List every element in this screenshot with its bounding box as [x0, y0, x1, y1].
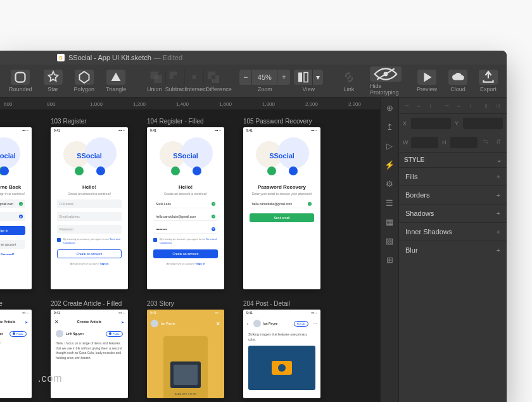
- plus-icon[interactable]: +: [497, 228, 500, 236]
- svg-rect-4: [298, 72, 302, 82]
- artboard-password-recovery[interactable]: 105 Password Recovery 9:41••• ⎓ SSocial …: [243, 118, 320, 289]
- zoom-out-button[interactable]: −: [239, 70, 252, 85]
- app-window: SSocial - App UI Kit.sketch — Edited Rou…: [0, 51, 507, 402]
- view-mode-2[interactable]: ▾: [313, 70, 323, 85]
- svg-rect-2: [154, 75, 162, 83]
- plus-icon[interactable]: +: [497, 191, 500, 199]
- close-icon: ✕: [216, 321, 220, 327]
- x-input[interactable]: [411, 118, 451, 129]
- smile-icon: [0, 166, 9, 175]
- alignment-row: ⫟ ⫠ ⫞ ⫟ ⫠ ⫞ ⫼ ⫼: [399, 97, 507, 114]
- artboard-create-article[interactable]: ate Article 9:41••• ⎓ ✕Create Article➤ h…: [0, 300, 32, 398]
- boolean-ops-group: [147, 70, 223, 85]
- grid-icon[interactable]: ▦: [384, 217, 395, 227]
- signal-icon: ••• ⎓: [118, 129, 125, 132]
- play-icon[interactable]: ▷: [384, 141, 395, 151]
- chevron-down-icon: ⌄: [497, 156, 502, 163]
- plus-icon[interactable]: +: [497, 173, 500, 180]
- h-input[interactable]: [450, 137, 478, 148]
- svg-rect-5: [304, 72, 308, 82]
- document-filename: SSocial - App UI Kit.sketch: [68, 54, 151, 61]
- list-icon[interactable]: ☰: [384, 198, 395, 208]
- artboard-post-detail[interactable]: 204 Post - Detail 9:41••• ⎓ ‹Ian PayneFr…: [243, 300, 320, 398]
- artboard-signin-filled[interactable]: n - Filled 9:41••• ⎓ SSocial Welcome Bac…: [0, 118, 32, 289]
- export-button[interactable]: Export: [475, 68, 502, 94]
- tool-intersect[interactable]: [185, 70, 204, 85]
- tool-subtract[interactable]: [166, 70, 185, 85]
- post-image: [248, 346, 315, 390]
- canvas-workspace[interactable]: 600 800 1,000 1,200 1,400 1,600 1,800 2,…: [0, 97, 380, 402]
- align-right-icon[interactable]: ⫞: [426, 101, 434, 110]
- align-center-h-icon[interactable]: ⫠: [414, 101, 423, 110]
- svg-rect-0: [16, 72, 25, 82]
- avatar: [56, 330, 63, 337]
- distribute-v-icon[interactable]: ⫼: [494, 101, 503, 110]
- align-left-icon[interactable]: ⫟: [403, 101, 412, 110]
- upload-icon[interactable]: ↥: [384, 122, 395, 132]
- back-icon: ‹: [247, 322, 248, 325]
- artboard-register[interactable]: 103 Register 9:41••• ⎓ SSocial Hello! Cr…: [51, 118, 128, 289]
- cloud-button[interactable]: Cloud: [445, 68, 471, 94]
- canvas[interactable]: n - Filled 9:41••• ⎓ SSocial Welcome Bac…: [0, 110, 380, 402]
- tool-star[interactable]: Star: [40, 68, 66, 94]
- image-icon[interactable]: ▨: [384, 236, 395, 246]
- tool-polygon[interactable]: Polygon: [70, 68, 99, 94]
- tool-union[interactable]: [147, 70, 166, 85]
- zoom-value[interactable]: 45%: [252, 70, 277, 85]
- more-icon: ⋯: [314, 322, 317, 325]
- svg-rect-3: [192, 75, 196, 79]
- document-icon: [57, 54, 65, 61]
- borders-row[interactable]: Borders+: [399, 185, 507, 204]
- flip-v-icon[interactable]: ⇵: [494, 137, 503, 146]
- tool-rounded[interactable]: Rounded: [5, 68, 36, 94]
- add-image-icon[interactable]: ⊞: [384, 254, 395, 265]
- artboard-story[interactable]: 203 Story 9:41••• ⎓ Ian Payne✕ GAME BOY …: [147, 300, 224, 398]
- tool-difference[interactable]: [204, 70, 223, 85]
- horizontal-ruler: 600 800 1,000 1,200 1,400 1,600 1,800 2,…: [0, 97, 380, 110]
- tool-triangle[interactable]: Triangle: [102, 68, 130, 94]
- preview-button[interactable]: Preview: [413, 68, 441, 94]
- signal-icon: ••• ⎓: [22, 129, 28, 132]
- zoom-group: − 45% + Zoom: [239, 70, 290, 92]
- view-mode-1[interactable]: [294, 70, 313, 85]
- story-image: GAME BOY COLOR: [163, 336, 208, 398]
- inspector-panel: ⫟ ⫠ ⫞ ⫟ ⫠ ⫞ ⫼ ⫼ X Y W H ⇋ ⇵ STYLE⌄ Fills…: [399, 97, 507, 402]
- y-input[interactable]: [463, 118, 503, 129]
- fills-row[interactable]: Fills+: [399, 167, 507, 185]
- distribute-h-icon[interactable]: ⫼: [483, 101, 492, 110]
- view-group: ▾ View: [294, 70, 323, 92]
- watermark: .com: [38, 373, 63, 384]
- plus-icon[interactable]: +: [497, 210, 500, 217]
- plus-icon[interactable]: +: [497, 246, 500, 254]
- flip-h-icon[interactable]: ⇋: [481, 137, 490, 146]
- w-input[interactable]: [411, 137, 438, 148]
- link-button[interactable]: Link: [336, 68, 362, 94]
- canvas-tools-strip: ⊕ ↥ ▷ ⚡ ⚙ ☰ ▦ ▨ ⊞: [380, 97, 399, 402]
- inner-shadows-row[interactable]: Inner Shadows+: [399, 222, 507, 241]
- align-center-v-icon[interactable]: ⫠: [454, 101, 463, 110]
- toolbar: Rounded Star Polygon Triangle Union Subt…: [0, 65, 507, 97]
- shadows-row[interactable]: Shadows+: [399, 204, 507, 222]
- style-section-header[interactable]: STYLE⌄: [399, 152, 507, 167]
- align-bottom-icon[interactable]: ⫞: [466, 101, 474, 110]
- artboard-register-filled[interactable]: 104 Register - Filled 9:41••• ⎓ SSocial …: [147, 118, 224, 289]
- align-top-icon[interactable]: ⫟: [443, 101, 452, 110]
- gear-icon[interactable]: ⚙: [384, 179, 395, 189]
- zoom-in-button[interactable]: +: [277, 70, 290, 85]
- reticle-icon[interactable]: ⊕: [384, 103, 395, 113]
- blur-row[interactable]: Blur+: [399, 241, 507, 259]
- flash-icon[interactable]: ⚡: [384, 160, 395, 170]
- avatar: [253, 320, 261, 327]
- hide-prototyping-button[interactable]: Hide Prototyping: [366, 65, 405, 97]
- titlebar: SSocial - App UI Kit.sketch — Edited: [0, 51, 507, 65]
- edited-indicator: — Edited: [154, 54, 182, 61]
- avatar: [151, 320, 158, 327]
